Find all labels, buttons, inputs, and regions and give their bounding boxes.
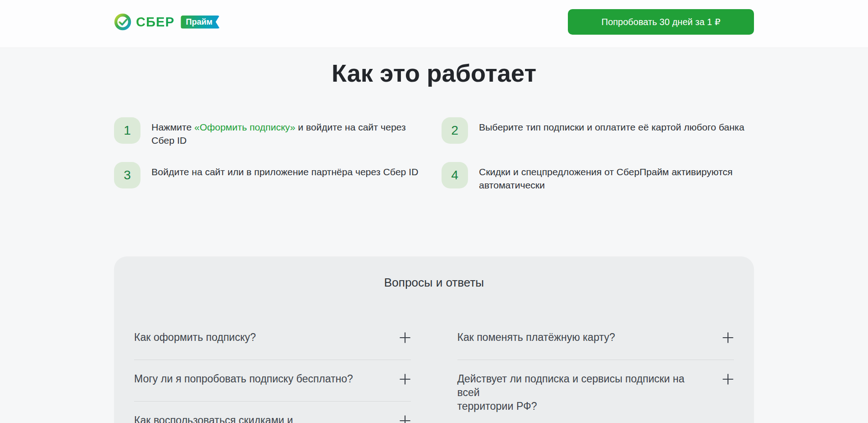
sber-wordmark: СБЕР: [136, 15, 174, 30]
step-number-badge: 1: [114, 117, 140, 144]
page-title: Как это работает: [114, 59, 754, 87]
faq-item[interactable]: Как воспользоваться скидками и: [134, 402, 411, 423]
subscribe-link[interactable]: «Оформить подписку»: [194, 122, 296, 132]
faq-panel: Вопросы и ответы Как оформить подписку? …: [114, 256, 754, 423]
step-number-badge: 2: [442, 117, 468, 144]
faq-item[interactable]: Могу ли я попробовать подписку бесплатно…: [134, 360, 411, 402]
faq-question: Как воспользоваться скидками и: [134, 413, 293, 423]
step-text: Войдите на сайт или в приложение партнёр…: [151, 162, 418, 192]
faq-item[interactable]: Действует ли подписка и сервисы подписки…: [457, 360, 734, 423]
how-it-works-steps: 1 Нажмите «Оформить подписку» и войдите …: [114, 117, 754, 192]
faq-question: Как оформить подписку?: [134, 330, 256, 344]
sber-prime-logo[interactable]: СБЕР Прайм: [114, 13, 220, 31]
faq-item[interactable]: Как поменять платёжную карту?: [457, 319, 734, 360]
plus-icon[interactable]: [399, 332, 411, 344]
faq-column-left: Как оформить подписку? Могу ли я попробо…: [134, 319, 411, 423]
plus-icon[interactable]: [399, 415, 411, 423]
step-item-3: 3 Войдите на сайт или в приложение партн…: [114, 162, 442, 192]
step-number-badge: 4: [442, 162, 468, 188]
step-item-4: 4 Скидки и спецпредложения от СберПрайм …: [442, 162, 754, 192]
main-content: Как это работает 1 Нажмите «Оформить под…: [114, 59, 754, 423]
header: СБЕР Прайм Попробовать 30 дней за 1 ₽: [0, 0, 868, 48]
step-item-1: 1 Нажмите «Оформить подписку» и войдите …: [114, 117, 442, 147]
faq-column-right: Как поменять платёжную карту? Действует …: [457, 319, 734, 423]
step-text: Нажмите «Оформить подписку» и войдите на…: [151, 117, 406, 147]
faq-item[interactable]: Как оформить подписку?: [134, 319, 411, 360]
trial-cta-button[interactable]: Попробовать 30 дней за 1 ₽: [568, 9, 754, 35]
step-text: Скидки и спецпредложения от СберПрайм ак…: [479, 162, 733, 192]
sber-check-icon: [114, 13, 131, 31]
step-item-2: 2 Выберите тип подписки и оплатите её ка…: [442, 117, 754, 147]
step-text-before: Скидки и спецпредложения от СберПрайм ак…: [479, 167, 733, 190]
prime-badge: Прайм: [181, 16, 219, 29]
plus-icon[interactable]: [722, 373, 734, 385]
step-text-before: Выберите тип подписки и оплатите её карт…: [479, 122, 744, 132]
step-text-before: Войдите на сайт или в приложение партнёр…: [151, 167, 418, 177]
faq-question: Как поменять платёжную карту?: [457, 330, 615, 344]
step-text: Выберите тип подписки и оплатите её карт…: [479, 117, 744, 147]
faq-columns: Как оформить подписку? Могу ли я попробо…: [134, 319, 734, 423]
step-text-before: Нажмите: [151, 122, 194, 132]
plus-icon[interactable]: [399, 373, 411, 385]
faq-question: Действует ли подписка и сервисы подписки…: [457, 372, 699, 413]
faq-title: Вопросы и ответы: [134, 275, 734, 290]
step-number-badge: 3: [114, 162, 140, 188]
faq-question: Могу ли я попробовать подписку бесплатно…: [134, 372, 353, 386]
plus-icon[interactable]: [722, 332, 734, 344]
